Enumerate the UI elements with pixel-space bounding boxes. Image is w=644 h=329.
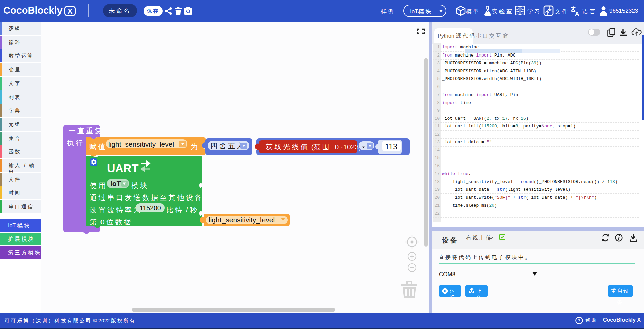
- svg-text:A: A: [575, 11, 579, 16]
- svg-text:获取光线值 (范围: 0~1023): 获取光线值 (范围: 0~1023): [266, 143, 361, 151]
- svg-text:113: 113: [385, 142, 397, 151]
- svg-text:light_sensitivity_level: light_sensitivity_level: [209, 216, 275, 224]
- svg-text:赋值: 赋值: [89, 143, 107, 150]
- svg-text:执行: 执行: [67, 139, 84, 147]
- svg-text:?: ?: [578, 318, 580, 323]
- svg-text:使用: 使用: [90, 182, 107, 189]
- svg-text:为: 为: [191, 143, 199, 150]
- svg-text:一直重复: 一直重复: [69, 127, 104, 135]
- svg-text:通过串口发送数据至其他设备: 通过串口发送数据至其他设备: [90, 194, 203, 202]
- svg-text:UART: UART: [107, 162, 139, 175]
- svg-text:模块: 模块: [131, 182, 149, 189]
- svg-text:÷: ÷: [362, 142, 365, 150]
- svg-text:四舍五入: 四舍五入: [210, 142, 245, 150]
- svg-text:115200: 115200: [139, 204, 161, 212]
- svg-text:第 0 位数据:: 第 0 位数据:: [90, 218, 134, 226]
- svg-text:比特 / 秒: 比特 / 秒: [166, 206, 199, 214]
- svg-text:IoT: IoT: [110, 180, 121, 187]
- svg-text:light_sensitivity_level: light_sensitivity_level: [108, 140, 174, 148]
